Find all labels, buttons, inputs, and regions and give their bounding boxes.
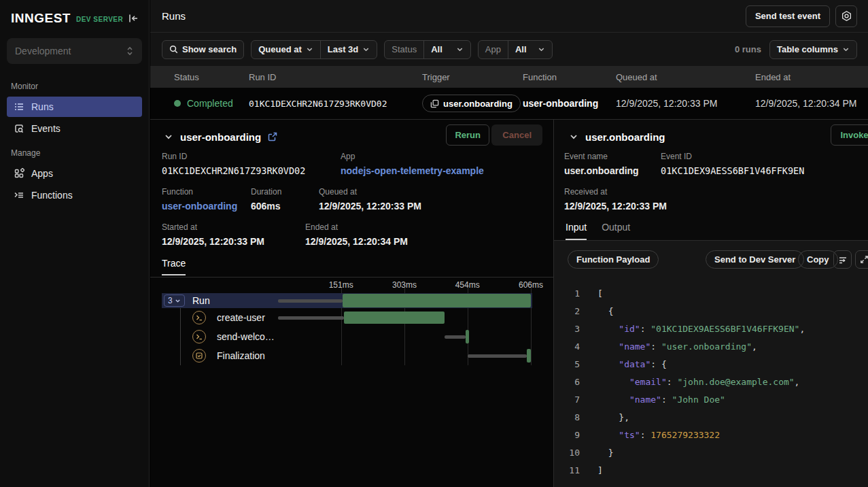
logo-row: INNGEST DEV SERVER xyxy=(0,0,149,34)
trace-row-label: create-user xyxy=(217,312,265,323)
trace-row-create-user[interactable]: create-user xyxy=(162,308,532,327)
chevron-down-icon xyxy=(362,46,370,53)
code-line: 9 "ts": 1765279233322 xyxy=(554,426,868,443)
code-line: 3 "id": "01KC1DEX9AESS6BF1V46FFK9EN", xyxy=(554,320,868,337)
run-queued-at: 12/9/2025, 12:20:33 PM xyxy=(616,98,755,109)
code-text: ] xyxy=(597,465,603,475)
code-text: [ xyxy=(597,288,603,299)
sidebar-item-label: Apps xyxy=(31,168,53,179)
sidebar-item-runs[interactable]: Runs xyxy=(7,97,142,117)
trace-children-count-badge[interactable]: 3 xyxy=(164,295,185,307)
detail-app-link[interactable]: nodejs-open-telemetry-example xyxy=(341,164,484,178)
run-detail-panel: user-onboarding Rerun Cancel Run ID 01KC… xyxy=(150,119,553,487)
sidebar-item-functions[interactable]: Functions xyxy=(7,185,142,205)
column-header-status: Status xyxy=(174,72,249,82)
code-text: "ts": 1765279233322 xyxy=(597,430,720,440)
sidebar: INNGEST DEV SERVER Development Monitor R… xyxy=(0,0,150,487)
code-line: 4 "name": "user.onboarding", xyxy=(554,337,868,355)
chevron-down-icon xyxy=(306,46,313,53)
expand-icon xyxy=(860,255,868,264)
status-filter[interactable]: Status All xyxy=(384,40,470,59)
collapse-event-detail-icon[interactable] xyxy=(569,132,578,141)
column-header-function: Function xyxy=(523,72,616,82)
tab-trace[interactable]: Trace xyxy=(162,258,186,275)
code-text: "id": "01KC1DEX9AESS6BF1V46FFK9EN", xyxy=(597,324,805,334)
line-number: 8 xyxy=(554,412,580,422)
table-columns-dropdown[interactable]: Table columns xyxy=(769,40,857,59)
line-number: 10 xyxy=(554,448,580,458)
table-columns-label: Table columns xyxy=(777,44,838,54)
line-number: 11 xyxy=(554,465,580,475)
function-payload-button[interactable]: Function Payload xyxy=(568,250,659,269)
cancel-button[interactable]: Cancel xyxy=(491,124,542,146)
trace-row-send-welco-[interactable]: send-welco… xyxy=(162,327,532,346)
chevron-down-icon xyxy=(842,46,850,53)
time-field-value: Queued at xyxy=(258,44,302,54)
time-range-dropdown[interactable]: Last 3d xyxy=(320,41,377,58)
terminal-step-icon xyxy=(192,311,206,324)
sidebar-collapse-icon[interactable] xyxy=(127,12,139,24)
trace-row-label: Finalization xyxy=(217,350,265,361)
finalization-step-icon xyxy=(192,349,206,363)
environment-select[interactable]: Development xyxy=(7,38,142,64)
gear-icon xyxy=(841,10,852,22)
app-filter[interactable]: App All xyxy=(478,40,553,59)
trace-rows: 3Runcreate-usersend-welco…Finalization xyxy=(162,293,532,365)
field-label: Event name xyxy=(564,151,639,162)
field-label: Ended at xyxy=(305,222,408,233)
filter-bar: Show search Queued at Last 3d Status All… xyxy=(150,33,868,66)
detail-run-id: 01KC1DEXCHR2N617Z93RK0VD02 xyxy=(162,164,305,178)
field-label: App xyxy=(341,151,484,162)
code-line: 2 { xyxy=(554,302,868,320)
code-line: 11] xyxy=(554,461,868,479)
top-bar: Runs Send test event xyxy=(150,0,868,33)
trace-queue-line xyxy=(278,299,343,303)
trigger-pill[interactable]: user.onboarding xyxy=(422,95,521,112)
line-number: 4 xyxy=(554,341,580,352)
wrap-text-icon xyxy=(838,255,848,265)
time-range-value: Last 3d xyxy=(328,44,359,54)
sidebar-item-apps[interactable]: Apps xyxy=(7,163,142,184)
rerun-button[interactable]: Rerun xyxy=(446,124,489,146)
send-to-dev-server-button[interactable]: Send to Dev Server xyxy=(706,250,804,269)
event-name: user.onboarding xyxy=(564,164,639,178)
sidebar-item-events[interactable]: Events xyxy=(7,118,142,139)
inngest-logo: INNGEST xyxy=(11,11,71,26)
run-ended-at: 12/9/2025, 12:20:34 PM xyxy=(755,98,868,109)
detail-duration: 606ms xyxy=(251,199,281,213)
sidebar-section-manage: Manage xyxy=(0,140,149,162)
apps-icon xyxy=(14,168,24,179)
run-id: 01KC1DEXCHR2N617Z93RK0VD02 xyxy=(249,99,422,109)
dev-server-badge: DEV SERVER xyxy=(76,16,123,23)
detail-started-at: 12/9/2025, 12:20:33 PM xyxy=(162,235,264,248)
time-field-dropdown[interactable]: Queued at xyxy=(251,41,320,58)
trace-row-run[interactable]: 3Run xyxy=(162,293,532,308)
send-test-event-button[interactable]: Send test event xyxy=(746,5,830,27)
code-text: { xyxy=(597,306,613,316)
code-lines[interactable]: 1[2 {3 "id": "01KC1DEX9AESS6BF1V46FFK9EN… xyxy=(554,284,868,487)
code-text: "name": "user.onboarding", xyxy=(597,341,757,352)
field-label: Queued at xyxy=(319,186,421,197)
field-label: Function xyxy=(162,186,237,197)
code-line: 5 "data": { xyxy=(554,355,868,373)
copy-button[interactable]: Copy xyxy=(798,250,838,269)
settings-button[interactable] xyxy=(835,5,857,27)
wrap-text-button[interactable] xyxy=(833,250,852,269)
show-search-button[interactable]: Show search xyxy=(162,40,244,59)
table-row[interactable]: Completed 01KC1DEXCHR2N617Z93RK0VD02 use… xyxy=(150,88,868,119)
event-trigger-icon xyxy=(430,99,439,108)
trace-duration-bar xyxy=(466,330,469,343)
trace-duration-bar xyxy=(344,312,445,324)
tab-input[interactable]: Input xyxy=(566,222,587,240)
detail-function-link[interactable]: user-onboarding xyxy=(162,199,237,213)
tab-output[interactable]: Output xyxy=(602,222,630,240)
code-text: } xyxy=(597,448,613,458)
expand-button[interactable] xyxy=(855,250,868,269)
collapse-run-detail-icon[interactable] xyxy=(164,132,173,141)
trace-row-finalization[interactable]: Finalization xyxy=(162,346,532,365)
environment-select-value: Development xyxy=(15,46,71,56)
code-text: "name": "John Doe" xyxy=(597,394,725,405)
field-label: Run ID xyxy=(162,151,305,162)
external-link-icon[interactable] xyxy=(268,132,277,141)
invoke-button[interactable]: Invoke xyxy=(831,124,868,146)
